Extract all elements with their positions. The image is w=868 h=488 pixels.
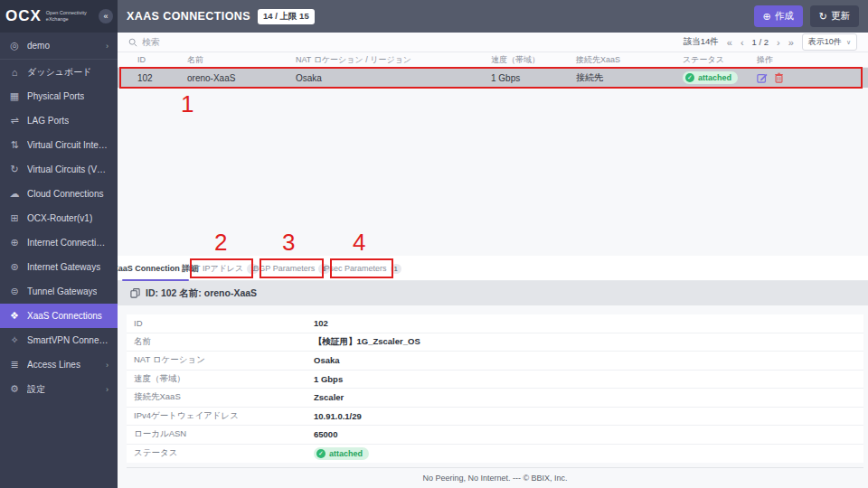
router-icon: ⊞ xyxy=(9,212,20,224)
sidebar: OCX Open Connectivity eXchange « ◎ demo … xyxy=(0,0,118,488)
footer-text: No Peering, No Internet. --- © BBIX, Inc… xyxy=(422,474,567,483)
access-lines-icon: ≣ xyxy=(9,359,20,371)
status-label: attached xyxy=(329,449,363,458)
detail-label: 名前 xyxy=(127,336,314,348)
detail-row: ローカルASN 65000 xyxy=(127,426,863,445)
cloud-icon: ☁ xyxy=(9,188,20,200)
sidebar-item-cloud-connections[interactable]: ☁ Cloud Connections xyxy=(0,182,118,206)
annotation-label-1: 1 xyxy=(181,90,193,118)
col-header-operations: 操作 xyxy=(757,54,868,66)
sidebar-item-internet-gateways[interactable]: ⊛ Internet Gateways xyxy=(0,255,118,279)
sidebar-item-label: 設定 xyxy=(27,383,45,396)
sidebar-item-lag-ports[interactable]: ⇌ LAG Ports xyxy=(0,108,118,133)
detail-row: 速度（帯域） 1 Gbps xyxy=(127,371,863,389)
create-button[interactable]: ⊕ 作成 xyxy=(754,5,803,27)
refresh-button[interactable]: ↻ 更新 xyxy=(810,5,859,27)
tab-xaas-connection-detail[interactable]: XaaS Connection 詳細 xyxy=(122,256,189,281)
connection-count-badge: 14 / 上限 15 xyxy=(258,9,315,24)
edit-icon[interactable] xyxy=(757,72,768,83)
tab-ipsec-parameters[interactable]: IPsec Parameters 1 xyxy=(330,256,393,281)
port-icon: ▦ xyxy=(9,90,20,102)
logo-area: OCX Open Connectivity eXchange « xyxy=(0,0,118,33)
col-header-status: ステータス xyxy=(683,54,757,66)
settings-icon: ⚙ xyxy=(9,383,20,395)
detail-label: 速度（帯域） xyxy=(127,373,314,385)
search-bar xyxy=(128,37,684,47)
tab-bgp-parameters[interactable]: BGP Parameters 1 xyxy=(259,256,324,281)
sidebar-item-settings[interactable]: ⚙ 設定 › xyxy=(0,377,118,401)
first-page-button[interactable]: « xyxy=(727,37,732,48)
table-row[interactable]: 102 oreno-XaaS Osaka 1 Gbps 接続先 ✓ attach… xyxy=(118,68,868,88)
detail-value: 【検証用】1G_Zscaler_OS xyxy=(314,336,420,348)
vci-icon: ⇅ xyxy=(9,139,20,151)
annotation-label-4: 4 xyxy=(353,229,365,257)
last-page-button[interactable]: » xyxy=(788,37,794,48)
detail-tabbar: XaaS Connection 詳細 NAT IPアドレス 1 BGP Para… xyxy=(118,256,868,281)
chevron-down-icon: ∨ xyxy=(846,39,851,46)
sidebar-item-vcs[interactable]: ↻ Virtual Circuits (VCs) xyxy=(0,157,118,182)
sidebar-item-label: demo xyxy=(27,41,50,51)
search-icon xyxy=(128,38,137,47)
tagline-line1: Open Connectivity xyxy=(46,10,87,15)
delete-icon[interactable] xyxy=(774,72,784,83)
check-circle-icon: ✓ xyxy=(316,449,326,458)
tunnel-icon: ⊜ xyxy=(9,286,20,297)
search-input[interactable] xyxy=(142,37,413,47)
detail-label: IPv4ゲートウェイアドレス xyxy=(127,410,314,422)
next-page-button[interactable]: › xyxy=(777,37,780,48)
sidebar-item-dashboard[interactable]: ⌂ ダッシュボード xyxy=(0,60,118,84)
detail-row: IPv4ゲートウェイアドレス 10.91.0.1/29 xyxy=(127,408,863,427)
sidebar-item-label: Internet Connections xyxy=(27,238,108,248)
cell-speed: 1 Gbps xyxy=(491,73,576,83)
col-header-id: ID xyxy=(118,55,187,64)
annotation-label-3: 3 xyxy=(282,229,295,257)
detail-value: Osaka xyxy=(314,355,340,365)
result-count: 該当14件 xyxy=(684,36,719,48)
cell-location: Osaka xyxy=(296,73,491,83)
page-size-value: 表示10件 xyxy=(808,36,842,48)
tab-label: BGP Parameters xyxy=(253,264,315,273)
tab-nat-ip-address[interactable]: NAT IPアドレス 1 xyxy=(190,256,253,281)
sidebar-item-label: OCX-Router(v1) xyxy=(27,213,92,223)
sidebar-item-tunnel-gateways[interactable]: ⊜ Tunnel Gateways xyxy=(0,279,118,304)
check-circle-icon: ✓ xyxy=(685,73,694,82)
user-icon: ◎ xyxy=(9,40,20,52)
detail-label: ID xyxy=(127,318,314,328)
detail-label: ステータス xyxy=(127,447,314,459)
detail-value: Zscaler xyxy=(314,392,344,402)
sidebar-item-xaas-connections[interactable]: ❖ XaaS Connections xyxy=(0,304,118,328)
tab-label: NAT IPアドレス xyxy=(184,263,243,275)
sidebar-item-access-lines[interactable]: ≣ Access Lines › xyxy=(0,352,118,377)
sidebar-item-internet-connections[interactable]: ⊕ Internet Connections xyxy=(0,230,118,255)
sidebar-item-demo[interactable]: ◎ demo › xyxy=(0,33,118,60)
status-badge: ✓ attached xyxy=(314,447,369,460)
sidebar-item-vcis[interactable]: ⇅ Virtual Circuit Interfaces (VCIs) xyxy=(0,133,118,157)
detail-value: 10.91.0.1/29 xyxy=(314,411,362,421)
ocx-logo: OCX xyxy=(5,7,42,25)
detail-row: 名前 【検証用】1G_Zscaler_OS xyxy=(127,333,863,352)
chevron-right-icon: › xyxy=(106,385,108,394)
sidebar-item-label: Access Lines xyxy=(27,360,80,370)
page-title: XAAS CONNECTIONS xyxy=(127,10,250,23)
col-header-location: NAT ロケーション / リージョン xyxy=(296,54,491,66)
sidebar-item-ocx-router[interactable]: ⊞ OCX-Router(v1) xyxy=(0,206,118,230)
sidebar-item-label: SmartVPN Connections xyxy=(27,335,108,345)
col-header-name: 名前 xyxy=(187,54,296,66)
cell-name: oreno-XaaS xyxy=(187,73,296,83)
detail-header-text: ID: 102 名前: oreno-XaaS xyxy=(146,287,257,300)
tab-label: IPsec Parameters xyxy=(322,264,387,273)
prev-page-button[interactable]: ‹ xyxy=(741,37,744,48)
detail-label: NAT ロケーション xyxy=(127,354,314,366)
create-button-label: 作成 xyxy=(775,10,794,23)
sidebar-item-label: Virtual Circuits (VCs) xyxy=(27,164,108,174)
vpn-icon: ✧ xyxy=(9,334,20,346)
sidebar-item-label: XaaS Connections xyxy=(27,311,102,321)
sidebar-item-physical-ports[interactable]: ▦ Physical Ports xyxy=(0,84,118,108)
logo-tagline: Open Connectivity eXchange xyxy=(46,10,87,23)
cell-id: 102 xyxy=(118,73,187,83)
detail-label: ローカルASN xyxy=(127,428,314,440)
page-size-select[interactable]: 表示10件 ∨ xyxy=(802,33,857,51)
pagination: 該当14件 « ‹ 1 / 2 › » 表示10件 ∨ xyxy=(684,33,857,51)
sidebar-item-smartvpn-connections[interactable]: ✧ SmartVPN Connections xyxy=(0,328,118,352)
sidebar-collapse-button[interactable]: « xyxy=(99,9,113,23)
